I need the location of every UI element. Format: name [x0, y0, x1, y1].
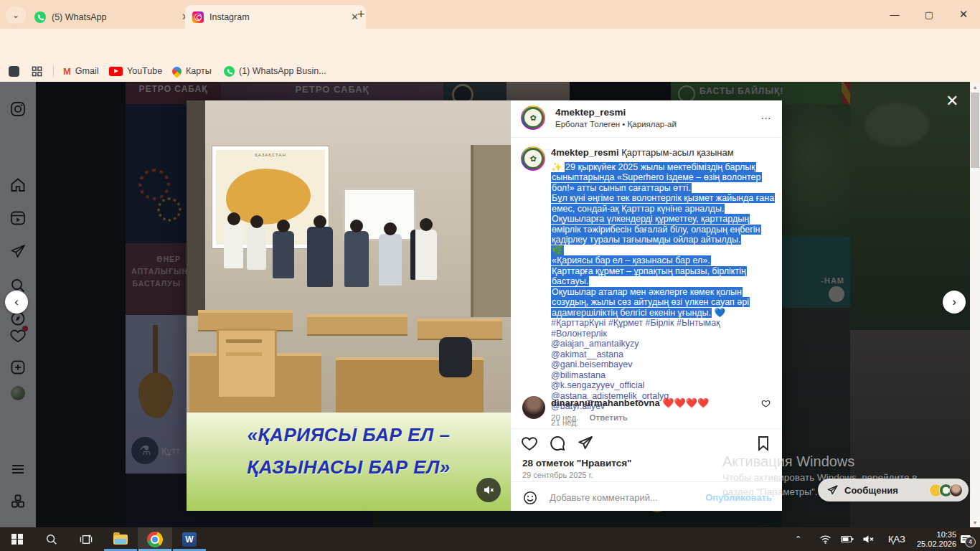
more-options-icon[interactable]: …	[760, 109, 772, 121]
tray-date: 25.02.2026	[917, 540, 956, 549]
language-indicator[interactable]: ҚАЗ	[888, 527, 905, 551]
mention-link[interactable]: @aiajan_amantaikyzy	[551, 339, 775, 349]
bookmark-gmail[interactable]: M Gmail	[63, 60, 99, 82]
student-figure	[307, 227, 333, 287]
word-taskbar-button[interactable]: W	[172, 527, 207, 551]
youtube-icon	[109, 67, 123, 76]
student-figure	[273, 231, 294, 278]
reply-button[interactable]: Ответить	[590, 413, 628, 422]
comment-like-icon[interactable]	[761, 399, 771, 408]
author-username[interactable]: 4mektep_resmi	[555, 107, 626, 118]
post-byline: Ерболат Толеген • Қариялар-ай	[555, 120, 677, 128]
save-bookmark-icon[interactable]	[755, 435, 772, 452]
window-maximize-button[interactable]: ▢	[913, 0, 946, 29]
bookmark-maps[interactable]: Карты	[172, 60, 212, 82]
modal-close-icon[interactable]: ✕	[946, 92, 958, 110]
messages-pill-button[interactable]: Сообщения	[818, 479, 969, 501]
sparkle-emoji: ✨	[551, 162, 562, 172]
share-icon[interactable]	[577, 435, 594, 452]
hashtags[interactable]: #ҚарттарКүні #Құрмет #Бірлік #Ынтымақ #В…	[551, 318, 775, 339]
new-tab-button[interactable]: +	[357, 7, 365, 22]
emoji-smiley-icon[interactable]	[522, 490, 538, 506]
whatsapp-icon	[224, 66, 235, 77]
window-close-button[interactable]: ✕	[947, 0, 980, 29]
chevron-down-icon: ⌄	[12, 10, 19, 20]
comment-icon[interactable]	[549, 435, 566, 452]
start-button[interactable]	[0, 527, 34, 551]
bookmark-youtube[interactable]: YouTube	[109, 60, 162, 82]
task-view-icon	[80, 534, 93, 545]
muted-speaker-icon	[483, 484, 494, 496]
battery-icon[interactable]	[841, 527, 854, 551]
windows-logo-icon	[11, 534, 23, 545]
scroll-up-arrow[interactable]: ▲	[970, 82, 980, 92]
bookmarks-bar: M Gmail YouTube Карты (1) WhatsApp Busin…	[0, 60, 980, 82]
student-figure	[379, 234, 402, 286]
volume-muted-icon[interactable]	[862, 527, 875, 551]
tab-search-button[interactable]: ⌄	[6, 6, 26, 24]
caption-title: Қарттарым-асыл қазынам	[621, 147, 733, 158]
notification-center-button[interactable]: 4	[960, 527, 971, 551]
likes-count[interactable]: 28 отметок "Нравится"	[522, 458, 632, 468]
tab-whatsapp[interactable]: (5) WhatsApp ✕	[27, 5, 197, 29]
desk	[198, 310, 293, 330]
windows-taskbar: W ⌃ ҚАЗ 10:35 25.02.2026 4	[0, 527, 980, 551]
taskbar-search-button[interactable]	[34, 527, 69, 551]
send-icon	[826, 484, 839, 496]
mute-button[interactable]	[476, 478, 501, 502]
instagram-icon	[192, 11, 204, 23]
mention-link[interactable]: @k.sengazyyev_official	[551, 380, 775, 391]
leaf-emoji: 🌿	[551, 245, 564, 255]
author-avatar[interactable]: ✿	[521, 146, 545, 171]
caption-username[interactable]: 4mektep_resmi	[551, 147, 619, 158]
browser-toolbar: ← → ⟳ instagram.com/p/DPK_6yaCmqU/ ☆ Под…	[0, 29, 980, 60]
video-caption-slide: «ҚАРИЯСЫ БАР ЕЛ – ҚАЗЫНАСЫ БАР ЕЛ»	[187, 413, 511, 511]
tab-label: Instagram	[209, 12, 345, 22]
mention-link[interactable]: @gani.beisembayev	[551, 359, 775, 370]
bookmark-whatsapp-business[interactable]: (1) WhatsApp Busin...	[224, 60, 326, 82]
post-media[interactable]: ҚАЗАҚСТАН	[187, 100, 511, 511]
action-bar	[521, 435, 594, 452]
task-view-button[interactable]	[69, 527, 103, 551]
instagram-page: РЕТРО САБАҚ РЕТРО САБАҚ БАСТЫ БАЙЛЫҚ! СА…	[0, 82, 980, 527]
post-caption: 4mektep_resmi Қарттарым-асыл қазынам ✨ 2…	[551, 148, 775, 428]
page-scrollbar[interactable]: ▲ ▼	[970, 82, 980, 527]
mention-link[interactable]: @akimat__astana	[551, 349, 775, 360]
comments-scroll-area[interactable]: ✿ 4mektep_resmi Қарттарым-асыл қазынам ✨…	[511, 138, 782, 428]
apps-grid-icon[interactable]	[32, 60, 42, 82]
post-details-panel: ✿ 4mektep_resmi Ерболат Толеген • Қариял…	[511, 100, 782, 511]
side-panel-icon[interactable]	[9, 60, 19, 82]
scrollbar-thumb[interactable]	[971, 93, 979, 168]
desk	[307, 314, 407, 334]
classroom-photo: ҚАЗАҚСТАН	[187, 100, 511, 413]
mention-link[interactable]: @bilimastana	[551, 370, 775, 381]
media-caption-line2: ҚАЗЫНАСЫ БАР ЕЛ»	[187, 456, 511, 479]
file-explorer-button[interactable]	[103, 527, 138, 551]
post-date: 29 сентябрь 2025 г.	[522, 471, 593, 479]
caption-line: Бұл күні әңгіме тек волонтерлік қызмет ж…	[551, 193, 775, 245]
tab-instagram[interactable]: Instagram ✕	[185, 5, 366, 29]
author-avatar[interactable]: ✿	[521, 105, 545, 130]
tray-show-hidden[interactable]: ⌃	[795, 527, 801, 551]
browser-tab-strip: ⌄ (5) WhatsApp ✕ Instagram ✕ + — ▢ ✕	[0, 0, 980, 29]
wifi-icon[interactable]	[819, 527, 831, 551]
caption-line: «Қариясы бар ел – қазынасы бар ел».	[551, 255, 711, 265]
like-heart-icon[interactable]	[521, 435, 538, 452]
window-minimize-button[interactable]: —	[878, 0, 911, 29]
chrome-taskbar-button[interactable]	[138, 527, 172, 551]
previous-post-button[interactable]: ‹	[5, 291, 28, 314]
blue-heart-emoji: 💙	[715, 308, 726, 318]
caption-line: 29 қыркүйек 2025 жылы мектебіміздің барл…	[551, 162, 762, 193]
maps-pin-icon	[170, 65, 183, 77]
scroll-down-arrow[interactable]: ▼	[970, 517, 980, 527]
commenter-username[interactable]: dinaranurmahanbetovna	[551, 397, 660, 408]
commenter-avatar[interactable]	[522, 396, 545, 419]
clock[interactable]: 10:35 25.02.2026	[917, 527, 956, 551]
add-comment-input[interactable]	[548, 491, 694, 504]
folder-icon	[113, 534, 128, 545]
post-header: ✿ 4mektep_resmi Ерболат Толеген • Қариял…	[511, 100, 782, 138]
next-post-button[interactable]: ›	[943, 291, 966, 314]
gmail-icon: M	[63, 66, 71, 77]
screen: ⌄ (5) WhatsApp ✕ Instagram ✕ + — ▢ ✕ ← →…	[0, 0, 980, 551]
chat-avatar	[949, 484, 963, 497]
